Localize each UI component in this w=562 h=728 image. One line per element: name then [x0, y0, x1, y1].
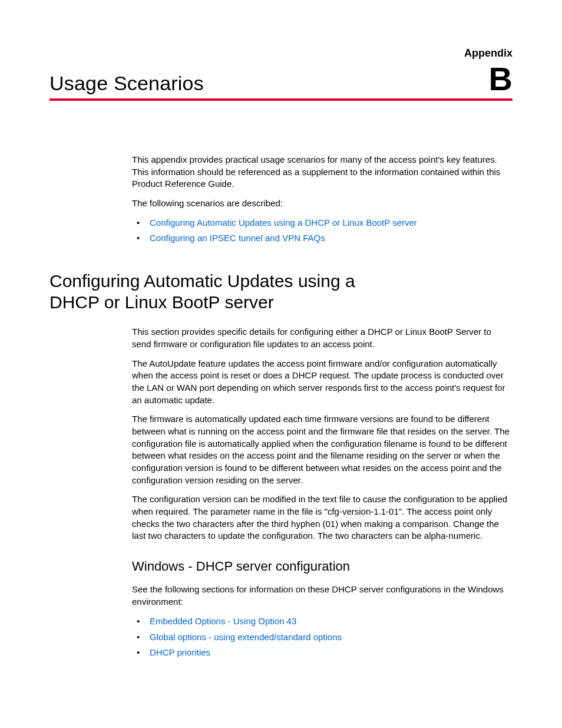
intro-link-list: Configuring Automatic Updates using a DH… [132, 217, 513, 245]
section1-p1: This section provides specific details f… [132, 326, 513, 350]
list-item: Configuring Automatic Updates using a DH… [145, 217, 513, 229]
appendix-label-block: Appendix [49, 47, 513, 60]
link-embedded-option43[interactable]: Embedded Options - Using Option 43 [150, 616, 296, 626]
red-divider [49, 98, 513, 101]
list-item: Embedded Options - Using Option 43 [145, 615, 513, 628]
section1-p3: The firmware is automatically updated ea… [132, 413, 513, 486]
intro-paragraph-1: This appendix provides practical usage s… [132, 154, 513, 190]
section1-body: This section provides specific details f… [132, 326, 513, 659]
link-dhcp-priorities[interactable]: DHCP priorities [150, 647, 210, 657]
list-item: DHCP priorities [145, 647, 513, 659]
section-heading-auto-updates: Configuring Automatic Updates using a DH… [49, 271, 379, 313]
appendix-letter: B [489, 64, 513, 94]
list-item: Global options - using extended/standard… [145, 631, 513, 644]
intro-paragraph-2: The following scenarios are described: [132, 197, 513, 210]
title-row: Usage Scenarios B [49, 64, 513, 95]
document-page: Appendix Usage Scenarios B This appendix… [0, 0, 562, 703]
link-auto-updates[interactable]: Configuring Automatic Updates using a DH… [150, 218, 417, 228]
sub1-p1: See the following sections for informati… [132, 584, 513, 608]
section1-p2: The AutoUpdate feature updates the acces… [132, 358, 513, 407]
sub1-link-list: Embedded Options - Using Option 43 Globa… [132, 615, 513, 659]
page-title: Usage Scenarios [49, 72, 204, 95]
section1-p4: The configuration version can be modifie… [132, 493, 513, 542]
link-ipsec-vpn[interactable]: Configuring an IPSEC tunnel and VPN FAQs [150, 233, 325, 243]
appendix-label: Appendix [464, 47, 513, 59]
intro-block: This appendix provides practical usage s… [132, 154, 513, 245]
link-global-options[interactable]: Global options - using extended/standard… [150, 632, 342, 642]
list-item: Configuring an IPSEC tunnel and VPN FAQs [145, 232, 513, 245]
sub-heading-windows-dhcp: Windows - DHCP server configuration [132, 558, 513, 575]
